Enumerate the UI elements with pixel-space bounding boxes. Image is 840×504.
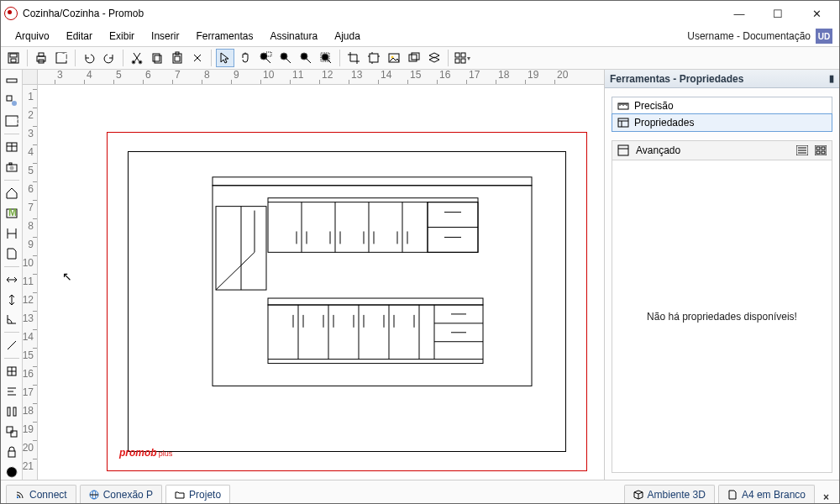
svg-point-25 xyxy=(322,54,328,60)
lt-text-button[interactable]: Ab xyxy=(4,113,19,129)
lt-home-button[interactable] xyxy=(4,186,19,201)
menu-editar[interactable]: Editar xyxy=(59,29,100,44)
user-label: Username - Documentação xyxy=(687,30,811,42)
page-icon xyxy=(5,247,18,260)
lt-camera-button[interactable] xyxy=(4,160,19,175)
lt-misc3-button[interactable] xyxy=(4,404,19,419)
zoom-out-button[interactable] xyxy=(297,49,315,67)
cut-icon xyxy=(130,51,144,65)
svg-rect-125 xyxy=(618,145,628,155)
main-toolbar: PDF ▾ xyxy=(1,46,839,70)
tab-precisao[interactable]: Precisão xyxy=(612,97,832,114)
crop2-button[interactable] xyxy=(365,49,383,67)
lt-m-button[interactable]: M xyxy=(4,206,19,221)
save-button[interactable] xyxy=(4,49,23,67)
zoom-window-button[interactable] xyxy=(256,49,275,67)
menu-assinatura[interactable]: Assinatura xyxy=(262,29,325,44)
cut-button[interactable] xyxy=(128,49,146,67)
pointer-button[interactable] xyxy=(216,49,234,67)
svg-rect-66 xyxy=(8,451,15,457)
paste-button[interactable] xyxy=(168,49,186,67)
document-page[interactable]: promobplus xyxy=(107,132,587,471)
svg-rect-1 xyxy=(10,54,17,57)
save-icon xyxy=(7,51,20,65)
tab-precisao-label: Precisão xyxy=(634,100,674,112)
menu-ferramentas[interactable]: Ferramentas xyxy=(188,29,260,44)
lt-vmeasure-button[interactable] xyxy=(4,292,19,307)
lt-dim-button[interactable] xyxy=(4,226,19,241)
svg-rect-69 xyxy=(213,177,532,186)
pointer-icon xyxy=(218,51,232,65)
img1-button[interactable] xyxy=(385,49,403,67)
zoom-in-icon xyxy=(279,51,292,65)
lt-angle-button[interactable] xyxy=(4,312,19,327)
lt-basic-button[interactable] xyxy=(4,93,19,108)
zoom-fit-button[interactable] xyxy=(317,49,335,67)
canvas[interactable]: ↖ xyxy=(38,85,604,480)
tab-conexaop[interactable]: Conexão P xyxy=(80,485,162,503)
undo-button[interactable] xyxy=(80,49,98,67)
svg-point-9 xyxy=(139,60,142,64)
lt-misc5-button[interactable] xyxy=(4,444,19,459)
user-badge[interactable]: UD xyxy=(816,29,832,44)
menubar: Arquivo Editar Exibir Inserir Ferramenta… xyxy=(1,26,839,46)
tab-a4[interactable]: A4 em Branco xyxy=(718,485,815,503)
lt-draw-button[interactable] xyxy=(4,73,19,88)
tab-connect[interactable]: Connect xyxy=(6,485,76,503)
lt-misc6-button[interactable] xyxy=(4,465,19,480)
zoom-in-button[interactable] xyxy=(276,49,295,67)
menu-inserir[interactable]: Inserir xyxy=(144,29,186,44)
properties-tabs: Precisão Propriedades xyxy=(612,97,832,132)
close-button[interactable]: ✕ xyxy=(797,1,836,26)
layers-button[interactable] xyxy=(425,49,444,67)
pan-button[interactable] xyxy=(236,49,255,67)
crop1-button[interactable] xyxy=(344,49,363,67)
tab-ambiente[interactable]: Ambiente 3D xyxy=(624,485,715,503)
svg-rect-65 xyxy=(11,431,17,437)
svg-point-68 xyxy=(7,467,17,477)
vertical-ruler: 123456789101112131415161718192021 xyxy=(23,85,38,480)
tab-projeto[interactable]: Projeto xyxy=(165,485,230,503)
svg-rect-62 xyxy=(8,407,10,416)
menu-arquivo[interactable]: Arquivo xyxy=(8,29,57,44)
img2-button[interactable] xyxy=(405,49,423,67)
lt-misc4-button[interactable] xyxy=(4,424,19,439)
redo-icon xyxy=(102,51,116,65)
svg-line-55 xyxy=(8,341,16,349)
delete-button[interactable] xyxy=(188,49,207,67)
pin-icon[interactable]: ▮ xyxy=(829,73,834,84)
pdf-button[interactable]: PDF xyxy=(52,49,71,67)
properties-body: Não há propriedades disponíveis! xyxy=(612,160,832,473)
lock-icon xyxy=(5,445,18,459)
lt-line-button[interactable] xyxy=(4,338,19,353)
delete-icon xyxy=(191,51,204,65)
zoom-fit-icon xyxy=(319,51,333,65)
tab-propriedades[interactable]: Propriedades xyxy=(612,113,832,132)
view-list-button[interactable] xyxy=(796,145,808,155)
svg-rect-133 xyxy=(822,147,825,150)
blankpage-icon xyxy=(727,490,738,500)
maximize-button[interactable]: ☐ xyxy=(759,1,797,26)
images-icon xyxy=(407,51,421,65)
redo-button[interactable] xyxy=(100,49,118,67)
menu-ajuda[interactable]: Ajuda xyxy=(327,29,368,44)
svg-rect-64 xyxy=(7,427,13,433)
tab-close-button[interactable]: × xyxy=(818,491,834,503)
camera-icon xyxy=(5,160,18,174)
zoom-window-icon xyxy=(259,51,272,65)
palette-button[interactable]: ▾ xyxy=(453,49,471,67)
print-button[interactable] xyxy=(32,49,50,67)
view-grid-button[interactable] xyxy=(815,145,827,155)
minimize-button[interactable]: — xyxy=(720,1,759,26)
lt-hmeasure-button[interactable] xyxy=(4,272,19,287)
lt-misc1-button[interactable] xyxy=(4,364,19,379)
copy-button[interactable] xyxy=(148,49,166,67)
menu-exibir[interactable]: Exibir xyxy=(102,29,142,44)
hand-icon xyxy=(239,51,252,65)
lt-table-button[interactable] xyxy=(4,139,19,155)
horizontal-ruler: 34567891011121314151617181920 xyxy=(38,70,604,85)
lt-page-button[interactable] xyxy=(4,246,19,261)
image-icon xyxy=(387,51,401,65)
layers-icon xyxy=(428,51,441,65)
lt-misc2-button[interactable] xyxy=(4,384,19,399)
